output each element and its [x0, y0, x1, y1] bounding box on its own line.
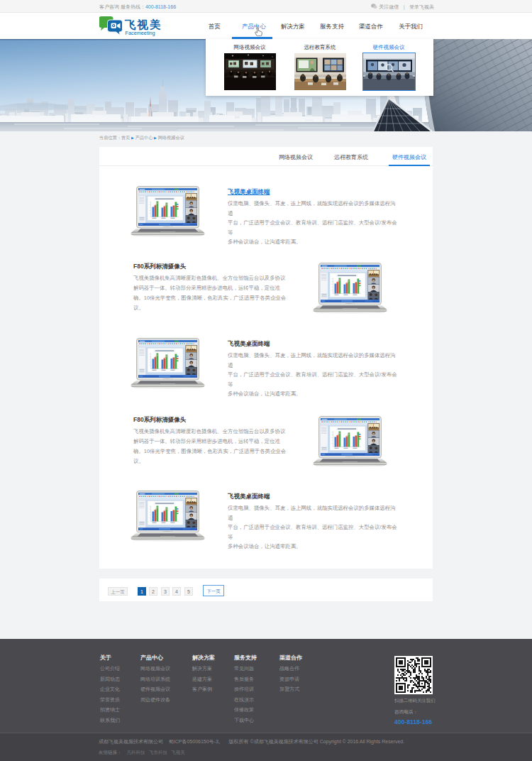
svg-text:飞视美: 飞视美	[124, 18, 162, 31]
svg-text:Facemeeting: Facemeeting	[126, 30, 155, 36]
